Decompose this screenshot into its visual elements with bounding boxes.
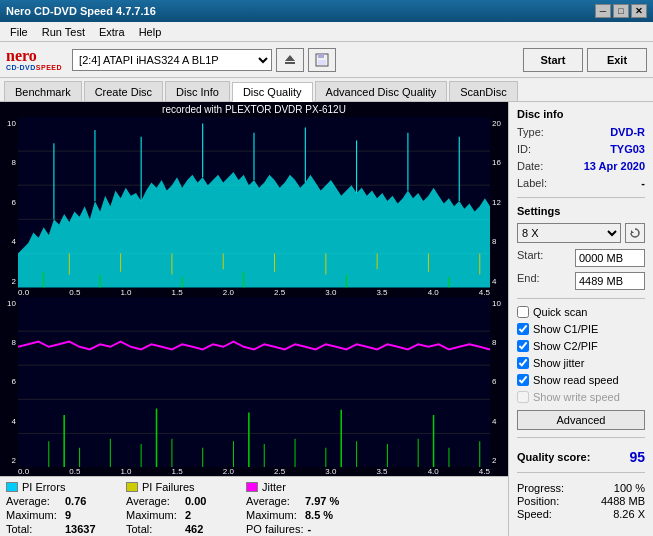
pi-errors-label: PI Errors [22,481,65,493]
pi-errors-max-value: 9 [65,509,110,521]
advanced-button[interactable]: Advanced [517,410,645,430]
divider-4 [517,472,645,473]
settings-refresh-button[interactable] [625,223,645,243]
top-chart-container: 10 8 6 4 2 [0,117,508,297]
show-c1pie-checkbox[interactable] [517,323,529,335]
show-jitter-label: Show jitter [533,357,584,369]
tab-scan-disc[interactable]: ScanDisc [449,81,517,101]
save-icon [315,53,329,67]
toolbar: nero CD·DVDSPEED [2:4] ATAPI iHAS324 A B… [0,42,653,78]
tab-benchmark[interactable]: Benchmark [4,81,82,101]
label-label: Label: [517,177,547,189]
menu-file[interactable]: File [4,24,34,40]
date-row: Date: 13 Apr 2020 [517,160,645,172]
tab-disc-info[interactable]: Disc Info [165,81,230,101]
divider-2 [517,298,645,299]
progress-section: Progress: 100 % Position: 4488 MB Speed:… [517,482,645,521]
main-content: recorded with PLEXTOR DVDR PX-612U 10 8 … [0,102,653,536]
chart-header: recorded with PLEXTOR DVDR PX-612U [0,102,508,117]
y-axis-left-bottom: 10 8 6 4 2 [0,297,18,468]
pi-failures-avg-label: Average: [126,495,181,507]
quality-score-value: 95 [629,449,645,465]
nero-logo: nero CD·DVDSPEED [6,48,62,71]
type-value: DVD-R [610,126,645,138]
date-value: 13 Apr 2020 [584,160,645,172]
divider-1 [517,197,645,198]
speed-label: Speed: [517,508,552,520]
show-read-speed-row[interactable]: Show read speed [517,374,645,386]
quick-scan-row[interactable]: Quick scan [517,306,645,318]
pi-failures-label: PI Failures [142,481,195,493]
show-c2pif-checkbox[interactable] [517,340,529,352]
svg-rect-1 [285,62,295,64]
pi-failures-max-row: Maximum: 2 [126,509,230,521]
drive-selector[interactable]: [2:4] ATAPI iHAS324 A BL1P [72,49,272,71]
jitter-avg-row: Average: 7.97 % [246,495,352,507]
jitter-label: Jitter [262,481,286,493]
disc-info-title: Disc info [517,108,645,120]
speed-row: Speed: 8.26 X [517,508,645,520]
y-axis-right-bottom: 10 8 6 4 2 [490,297,508,468]
menu-run-test[interactable]: Run Test [36,24,91,40]
show-write-speed-label: Show write speed [533,391,620,403]
start-input[interactable] [575,249,645,267]
tabs-bar: Benchmark Create Disc Disc Info Disc Qua… [0,78,653,102]
quality-score-row: Quality score: 95 [517,449,645,465]
minimize-button[interactable]: ─ [595,4,611,18]
settings-title: Settings [517,205,645,217]
cd-dvd-speed-brand: CD·DVDSPEED [6,64,62,71]
quick-scan-checkbox[interactable] [517,306,529,318]
show-read-speed-checkbox[interactable] [517,374,529,386]
eject-button[interactable] [276,48,304,72]
show-write-speed-row: Show write speed [517,391,645,403]
jitter-max-label: Maximum: [246,509,301,521]
tab-create-disc[interactable]: Create Disc [84,81,163,101]
pi-failures-total-label: Total: [126,523,181,535]
maximize-button[interactable]: □ [613,4,629,18]
pi-errors-avg-value: 0.76 [65,495,110,507]
pi-errors-avg-row: Average: 0.76 [6,495,110,507]
pi-failures-max-label: Maximum: [126,509,181,521]
app-title: Nero CD-DVD Speed 4.7.7.16 [6,5,156,17]
tab-advanced-disc-quality[interactable]: Advanced Disc Quality [315,81,448,101]
top-chart [18,117,490,288]
jitter-max-row: Maximum: 8.5 % [246,509,352,521]
pi-failures-avg-value: 0.00 [185,495,230,507]
save-button[interactable] [308,48,336,72]
quick-scan-label: Quick scan [533,306,587,318]
jitter-legend: Jitter [246,481,352,493]
show-read-speed-label: Show read speed [533,374,619,386]
jitter-group: Jitter Average: 7.97 % Maximum: 8.5 % PO… [246,481,352,532]
exit-button[interactable]: Exit [587,48,647,72]
pi-errors-total-value: 13637 [65,523,110,535]
menu-help[interactable]: Help [133,24,168,40]
pi-errors-avg-label: Average: [6,495,61,507]
start-button[interactable]: Start [523,48,583,72]
type-row: Type: DVD-R [517,126,645,138]
close-button[interactable]: ✕ [631,4,647,18]
end-label: End: [517,272,540,290]
right-panel: Disc info Type: DVD-R ID: TYG03 Date: 13… [508,102,653,536]
y-axis-left-top: 10 8 6 4 2 [0,117,18,288]
nero-brand: nero [6,48,62,64]
start-row: Start: [517,249,645,267]
x-axis-top: 0.0 0.5 1.0 1.5 2.0 2.5 3.0 3.5 4.0 4.5 [0,288,508,297]
label-value: - [641,177,645,189]
show-c1pie-row[interactable]: Show C1/PIE [517,323,645,335]
position-label: Position: [517,495,559,507]
speed-value-read: 8.26 X [613,508,645,520]
divider-3 [517,437,645,438]
position-value: 4488 MB [601,495,645,507]
id-row: ID: TYG03 [517,143,645,155]
menu-extra[interactable]: Extra [93,24,131,40]
stats-bar: PI Errors Average: 0.76 Maximum: 9 Total… [0,476,508,536]
speed-selector[interactable]: 8 X [517,223,621,243]
svg-marker-0 [285,55,295,61]
date-label: Date: [517,160,543,172]
end-input[interactable] [575,272,645,290]
show-c2pif-row[interactable]: Show C2/PIF [517,340,645,352]
tab-disc-quality[interactable]: Disc Quality [232,82,313,102]
pi-failures-total-row: Total: 462 [126,523,230,535]
show-jitter-checkbox[interactable] [517,357,529,369]
show-jitter-row[interactable]: Show jitter [517,357,645,369]
